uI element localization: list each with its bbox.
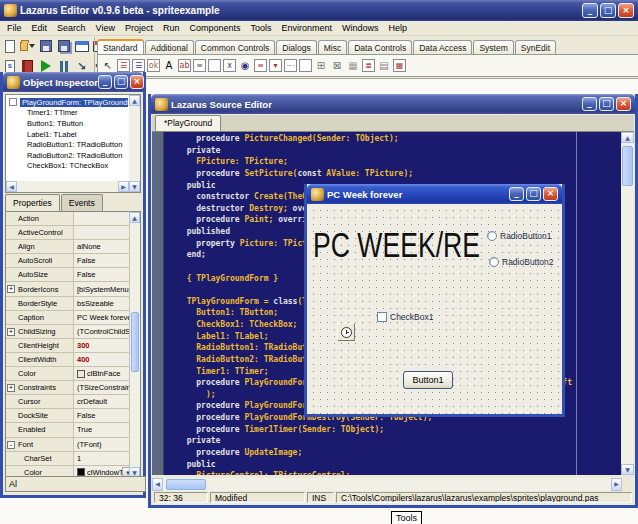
menu-view[interactable]: View — [96, 23, 115, 33]
menu-file[interactable]: File — [7, 23, 22, 33]
palette-tab-synedit[interactable]: SynEdit — [515, 40, 556, 54]
oi-tab-events[interactable]: Events — [61, 194, 103, 211]
property-expand-box[interactable]: + — [7, 328, 15, 336]
menu-run[interactable]: Run — [163, 23, 180, 33]
memo-component-icon[interactable]: ≡ — [193, 59, 206, 72]
button-component-icon[interactable] — [208, 59, 221, 72]
menu-components[interactable]: Components — [189, 23, 240, 33]
open-button[interactable] — [20, 38, 35, 54]
property-value[interactable]: alNone — [74, 240, 134, 253]
property-value[interactable]: PC Week forever — [74, 311, 134, 324]
tree-item[interactable]: Label1: TLabel — [7, 129, 128, 140]
actionlist-component-icon[interactable]: ▤ — [377, 59, 391, 73]
property-value[interactable]: [biSystemMenu,biM — [74, 282, 134, 295]
listbox-component-icon[interactable]: ≡ — [254, 59, 267, 72]
property-value[interactable]: 1 — [74, 452, 134, 465]
groupbox-component-icon[interactable] — [299, 59, 312, 72]
property-row[interactable]: +BorderIcons[biSystemMenu,biM — [6, 282, 134, 296]
property-row[interactable]: EnabledTrue — [6, 423, 134, 437]
property-row[interactable]: ClientHeight300 — [6, 339, 134, 353]
scrollbar-component-icon[interactable]: ⋯ — [284, 59, 297, 72]
radiogroup-component-icon[interactable]: ⊞ — [314, 59, 328, 73]
palette-tab-data-controls[interactable]: Data Controls — [348, 40, 412, 54]
property-row[interactable]: AutoScrollFalse — [6, 254, 134, 268]
tree-expand-box[interactable] — [9, 98, 17, 106]
property-row[interactable]: CharSet1 — [6, 452, 134, 466]
property-row[interactable]: CursorcrDefault — [6, 395, 134, 409]
save-button[interactable] — [38, 38, 53, 54]
menu-help[interactable]: Help — [389, 23, 408, 33]
property-expand-box[interactable]: + — [7, 384, 15, 392]
form-maximize-button[interactable]: □ — [526, 187, 541, 201]
property-row[interactable]: DockSiteFalse — [6, 409, 134, 423]
frame-component-icon[interactable]: ≣ — [362, 59, 375, 72]
source-editor-titlebar[interactable]: Lazarus Source Editor _ □ × — [151, 94, 635, 114]
property-value[interactable]: (TControlChildSizi — [74, 325, 134, 338]
editor-vertical-scrollbar[interactable]: ▲▼ — [621, 132, 634, 475]
main-titlebar[interactable]: Lazarus Editor v0.9.6 beta - spriteexamp… — [0, 0, 638, 21]
property-value[interactable]: 300 — [74, 339, 134, 352]
palette-tab-data-access[interactable]: Data Access — [413, 40, 472, 54]
menu-environment[interactable]: Environment — [282, 23, 333, 33]
property-value[interactable]: clBtnFace — [74, 367, 134, 380]
property-row[interactable]: ActiveControl — [6, 226, 134, 240]
buttonok-component-icon[interactable]: ok — [147, 59, 160, 72]
form-radiobutton2[interactable]: RadioButton2 — [489, 257, 554, 267]
editor-horizontal-scrollbar[interactable]: ◀▶ — [152, 478, 622, 491]
property-value[interactable]: 400 — [74, 353, 134, 366]
property-row[interactable]: +Constraints(TSizeConstraints) — [6, 381, 134, 395]
form-radiobutton1[interactable]: RadioButton1 — [487, 231, 552, 241]
popupmenu-component-icon[interactable]: ☰ — [132, 59, 145, 72]
property-row[interactable]: ColorclBtnFace — [6, 367, 134, 381]
form-checkbox1[interactable]: CheckBox1 — [377, 312, 433, 322]
oi-maximize-button[interactable]: □ — [114, 75, 128, 89]
menu-search[interactable]: Search — [57, 23, 86, 33]
label-component-icon[interactable]: A — [162, 59, 176, 73]
property-row[interactable]: CaptionPC Week forever — [6, 311, 134, 325]
property-value[interactable] — [74, 212, 134, 225]
property-row[interactable]: AutoSizeFalse — [6, 268, 134, 282]
oi-close-button[interactable]: × — [130, 75, 144, 89]
palette-tab-system[interactable]: System — [473, 40, 513, 54]
radiobutton-component-icon[interactable]: ◉ — [238, 59, 252, 73]
property-row[interactable]: ClientWidth400 — [6, 353, 134, 367]
menu-project[interactable]: Project — [125, 23, 153, 33]
se-close-button[interactable]: × — [616, 97, 631, 111]
tree-item[interactable]: Button1: TButton — [7, 118, 128, 129]
property-row[interactable]: -Font(TFont) — [6, 438, 134, 452]
form-titlebar[interactable]: PC Week forever _ □ × — [307, 184, 562, 204]
new-unit-button[interactable] — [2, 38, 17, 54]
property-value[interactable]: (TFont) — [74, 438, 134, 451]
oi-minimize-button[interactable]: _ — [98, 75, 112, 89]
form-minimize-button[interactable]: _ — [509, 187, 524, 201]
tree-item[interactable]: PlayGroundForm: TPlayGroundForm — [7, 97, 128, 108]
property-value[interactable]: (TSizeConstraints) — [74, 381, 134, 394]
mainmenu-component-icon[interactable]: ☰ — [117, 59, 130, 72]
property-value[interactable]: False — [74, 409, 134, 422]
checkbox-component-icon[interactable]: x — [223, 59, 236, 72]
property-value[interactable]: crDefault — [74, 395, 134, 408]
stringgrid-component-icon[interactable]: ▦ — [393, 59, 406, 72]
menu-edit[interactable]: Edit — [32, 23, 48, 33]
checkgroup-component-icon[interactable]: ⊠ — [330, 59, 344, 73]
object-inspector-titlebar[interactable]: Object Inspector _ □ × — [3, 72, 143, 92]
palette-tab-common-controls[interactable]: Common Controls — [195, 40, 276, 54]
se-maximize-button[interactable]: □ — [599, 97, 614, 111]
form-label1[interactable]: PC WEEK/RE — [313, 225, 480, 265]
property-value[interactable]: False — [74, 254, 134, 267]
property-row[interactable]: AlignalNone — [6, 240, 134, 254]
se-minimize-button[interactable]: _ — [582, 97, 597, 111]
new-form-button[interactable] — [74, 38, 89, 54]
property-row[interactable]: +ChildSizing(TControlChildSizi — [6, 325, 134, 339]
menu-windows[interactable]: Windows — [342, 23, 379, 33]
property-value[interactable]: False — [74, 268, 134, 281]
tree-item[interactable]: RadioButton1: TRadioButton — [7, 139, 128, 150]
palette-tab-dialogs[interactable]: Dialogs — [276, 40, 316, 54]
minimize-button[interactable]: _ — [582, 3, 598, 18]
cursor-component-icon[interactable]: ↖ — [101, 59, 115, 73]
editor-tab-playground[interactable]: *PlayGround — [155, 115, 221, 131]
palette-tab-misc[interactable]: Misc — [318, 40, 347, 54]
form-button1[interactable]: Button1 — [403, 371, 453, 389]
maximize-button[interactable]: □ — [600, 3, 616, 18]
combobox-component-icon[interactable]: ▾ — [269, 59, 282, 72]
